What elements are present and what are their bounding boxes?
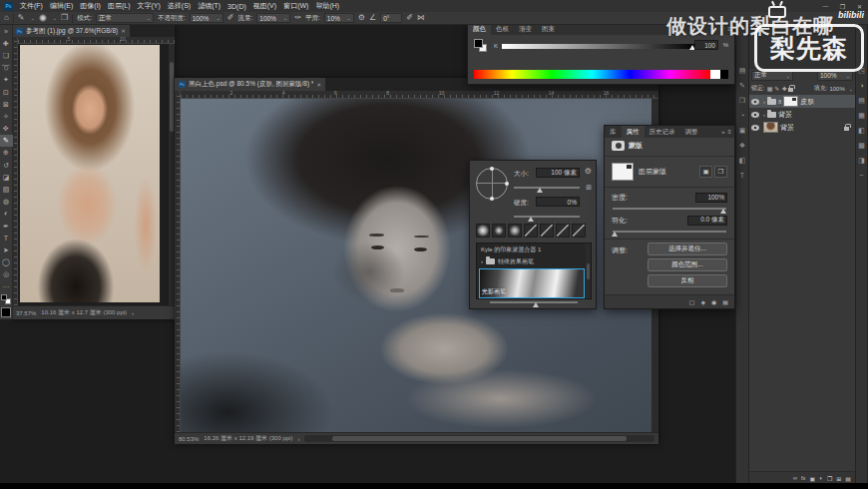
lock-transparent-icon[interactable]: ▦: [767, 85, 773, 92]
k-slider[interactable]: [502, 44, 696, 49]
reference-photo[interactable]: [20, 45, 160, 302]
vector-mask-button-icon[interactable]: ❐: [714, 166, 727, 178]
menu-3d[interactable]: 3D(D): [227, 3, 246, 10]
brush-size-slider-thumb[interactable]: [537, 188, 543, 193]
color-swatch-pair[interactable]: [474, 39, 487, 52]
edit-toolbar-icon[interactable]: ⋯: [0, 280, 13, 292]
eraser-tool[interactable]: ◪: [0, 171, 13, 183]
k-value-input[interactable]: 100: [694, 40, 718, 50]
density-slider-thumb[interactable]: [720, 209, 726, 214]
textured-brush-icon[interactable]: [508, 224, 522, 238]
preset-group-row[interactable]: Kyle 的印象派混合器 1: [477, 244, 591, 255]
layer-mask-thumbnail[interactable]: [612, 163, 634, 181]
selected-brush-preset[interactable]: 光影画笔: [479, 268, 585, 298]
pressure-opacity-icon[interactable]: ✐: [227, 14, 234, 22]
load-selection-icon[interactable]: ▢: [689, 298, 695, 305]
layer-name[interactable]: 背景: [778, 110, 792, 120]
soft-round-brush-icon[interactable]: [492, 224, 506, 238]
dock-panel-icon[interactable]: ◧: [856, 123, 867, 138]
menu-filter[interactable]: 滤镜(T): [198, 1, 220, 11]
new-layer-icon[interactable]: ⊞: [836, 475, 841, 482]
preview-size-slider-thumb[interactable]: [533, 302, 539, 307]
brush-size-input[interactable]: 100 像素: [536, 168, 580, 178]
brush-angle-control[interactable]: [476, 168, 508, 200]
soft-round-brush-icon[interactable]: [476, 224, 490, 238]
gear-icon[interactable]: ⚙: [585, 168, 592, 176]
menu-image[interactable]: 图像(I): [80, 1, 101, 11]
lock-pixels-icon[interactable]: ✎: [774, 85, 779, 92]
lock-all-icon[interactable]: [788, 88, 793, 92]
layer-visibility-eye-icon[interactable]: [751, 125, 759, 131]
dock-panel-icon[interactable]: ✎: [736, 78, 748, 93]
layer-row-group[interactable]: › 背景: [749, 108, 855, 121]
layer-row-background[interactable]: 背景: [749, 121, 855, 134]
pressure-size-icon[interactable]: ✐: [406, 14, 413, 22]
layer-name[interactable]: 皮肤: [800, 97, 814, 107]
pen-tool[interactable]: ✒: [0, 220, 13, 232]
path-select-tool[interactable]: ➤: [0, 244, 13, 255]
group-mask-thumbnail[interactable]: [783, 96, 798, 107]
dock-panel-icon[interactable]: ◧: [736, 153, 748, 168]
menu-select[interactable]: 选择(S): [168, 1, 191, 11]
dock-panel-icon[interactable]: ❐: [736, 93, 748, 108]
panel-menu-icon[interactable]: ≡: [727, 129, 731, 135]
layer-name[interactable]: 背景: [780, 123, 794, 133]
layer-visibility-eye-icon[interactable]: [751, 112, 759, 118]
gradient-tool[interactable]: ▧: [0, 183, 13, 195]
foreground-color-swatch[interactable]: [474, 39, 483, 48]
preset-list-scrollbar[interactable]: [586, 244, 591, 298]
type-tool[interactable]: T: [0, 232, 13, 244]
tab-adjustments[interactable]: 调整: [680, 126, 703, 138]
brush-angle-input[interactable]: 0°: [380, 13, 402, 23]
feather-input[interactable]: 0.0 像素: [687, 216, 727, 226]
menu-view[interactable]: 视图(V): [253, 1, 276, 11]
color-range-button[interactable]: 颜色范围...: [648, 258, 727, 271]
move-tool[interactable]: ✚: [0, 37, 13, 49]
dock-panel-icon[interactable]: T: [736, 168, 748, 183]
density-input[interactable]: 100%: [695, 193, 727, 203]
tab-properties[interactable]: 属性: [622, 126, 645, 138]
dock-panel-icon[interactable]: ~: [856, 168, 867, 183]
delete-layer-icon[interactable]: ▤: [845, 475, 851, 482]
spectrum-white-cap[interactable]: [710, 70, 720, 79]
marquee-tool[interactable]: ❏: [0, 49, 13, 61]
blend-mode-dropdown[interactable]: 正常⌄: [96, 13, 154, 23]
special-brush-icon[interactable]: [540, 224, 554, 238]
opacity-dropdown[interactable]: 100%⌄: [190, 13, 223, 23]
brush-hardness-slider[interactable]: [514, 216, 580, 218]
shape-tool[interactable]: ◯: [0, 256, 13, 268]
spectrum-black-cap[interactable]: [720, 70, 728, 79]
quick-select-tool[interactable]: ✦: [0, 74, 13, 86]
fill-value[interactable]: 100%: [829, 86, 844, 92]
crop-tool[interactable]: ⊡: [0, 86, 13, 98]
dock-panel-icon[interactable]: ◑: [856, 78, 867, 93]
menu-file[interactable]: 文件(F): [20, 1, 43, 11]
tab-libraries[interactable]: 库: [605, 126, 622, 138]
clone-stamp-tool[interactable]: ⊕: [0, 147, 13, 159]
add-mask-icon[interactable]: ▣: [810, 475, 816, 482]
layer-visibility-eye-icon[interactable]: [751, 99, 759, 105]
menu-type[interactable]: 文字(Y): [137, 1, 160, 11]
reference-doc-tab[interactable]: Ps 参考图 (1).jpg @ 37.6%(RGB/8) ✕: [12, 25, 130, 37]
history-brush-tool[interactable]: ↺: [0, 159, 13, 171]
tab-history[interactable]: 历史记录: [645, 126, 680, 138]
feather-slider[interactable]: [613, 231, 726, 233]
main-doc-tab[interactable]: Ps 黑白上色.psd @ 80.5% (皮肤, 图层蒙版/8) * ✕: [175, 78, 325, 91]
special-brush-icon[interactable]: [524, 224, 538, 238]
smoothing-dropdown[interactable]: 10%⌄: [324, 13, 354, 23]
brush-tool-preset-icon[interactable]: ✎: [18, 14, 25, 22]
brush-hardness-slider-thumb[interactable]: [528, 217, 534, 222]
status-expand-icon[interactable]: ›: [297, 436, 299, 442]
collapse-panel-icon[interactable]: »: [721, 129, 724, 135]
chevron-down-icon[interactable]: ⌄: [53, 15, 57, 21]
toggle-brush-panel-icon[interactable]: ❐: [61, 14, 68, 22]
dock-panel-icon[interactable]: ▣: [736, 123, 748, 138]
eyedropper-tool[interactable]: ✧: [0, 110, 13, 122]
new-preset-icon[interactable]: ⊞: [586, 184, 592, 191]
layer-style-fx-icon[interactable]: fx: [801, 475, 806, 481]
dodge-tool[interactable]: ◐: [0, 208, 13, 220]
menu-window[interactable]: 窗口(W): [283, 1, 308, 11]
zoom-level[interactable]: 37.57%: [16, 310, 36, 316]
new-group-icon[interactable]: ❐: [827, 475, 832, 482]
chevron-down-icon[interactable]: ⌄: [31, 15, 35, 21]
